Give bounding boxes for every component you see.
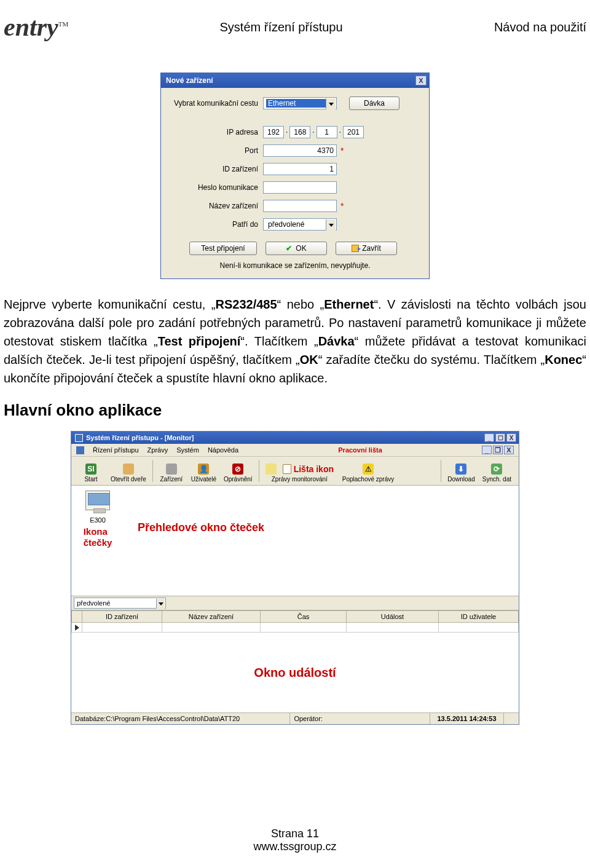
area-dropdown-row: předvolené bbox=[71, 596, 519, 610]
grid-col-device-id[interactable]: ID zařízení bbox=[82, 610, 162, 623]
chevron-down-icon[interactable] bbox=[156, 599, 165, 609]
annotation-okno-udalosti: Okno událostí bbox=[254, 666, 336, 680]
ip-label: IP adresa bbox=[171, 128, 263, 136]
child-close-icon[interactable]: X bbox=[504, 446, 514, 454]
chevron-down-icon[interactable] bbox=[326, 98, 336, 109]
port-input[interactable]: 4370 bbox=[263, 144, 337, 157]
download-icon: ⬇ bbox=[455, 464, 466, 475]
dialog-screenshot: Nové zařízení X Vybrat komunikační cestu… bbox=[0, 73, 590, 279]
comm-path-combo[interactable]: Ethernet bbox=[263, 97, 337, 109]
new-device-dialog: Nové zařízení X Vybrat komunikační cestu… bbox=[160, 73, 430, 279]
permission-icon: ⊘ bbox=[232, 464, 243, 475]
footer-url: www.tssgroup.cz bbox=[0, 840, 590, 853]
device-name-label: Název zařízení bbox=[171, 202, 263, 210]
close-icon[interactable]: X bbox=[506, 433, 516, 442]
tool-monitor-reports[interactable]: Lišta ikonZprávy monitorování bbox=[262, 459, 337, 483]
tool-start[interactable]: SIStart bbox=[75, 459, 107, 483]
app-icon bbox=[75, 434, 83, 442]
tool-alarm-reports[interactable]: ⚠Poplachové zprávy bbox=[337, 459, 399, 483]
start-icon: SI bbox=[85, 464, 96, 475]
grid-col-user-id[interactable]: ID uživatele bbox=[439, 610, 519, 623]
alarm-icon: ⚠ bbox=[363, 464, 374, 475]
area-label: Patří do bbox=[171, 220, 263, 229]
tool-download[interactable]: ⬇Download bbox=[444, 459, 478, 483]
check-icon: ✔ bbox=[286, 244, 292, 253]
page-footer: Strana 11 www.tssgroup.cz bbox=[0, 827, 590, 853]
app-title: Systém řízení přístupu - [Monitor] bbox=[86, 434, 194, 441]
status-database: Databáze:C:\Program Files\AccessControl\… bbox=[71, 713, 290, 724]
user-icon: 👤 bbox=[198, 464, 209, 475]
comm-password-input[interactable] bbox=[263, 181, 337, 194]
tool-devices[interactable]: Zařízení bbox=[155, 459, 187, 483]
grid-col-selector bbox=[71, 610, 82, 623]
tool-users[interactable]: 👤Uživatelé bbox=[187, 459, 220, 483]
menu-item[interactable]: Zprávy bbox=[148, 446, 168, 454]
section-heading: Hlavní okno aplikace bbox=[0, 387, 590, 420]
app-titlebar: Systém řízení přístupu - [Monitor] _ ☐ X bbox=[71, 432, 519, 444]
required-icon: * bbox=[340, 146, 344, 156]
menubar: Řízení přístupu Zprávy Systém Nápověda P… bbox=[71, 444, 519, 457]
comm-path-label: Vybrat komunikační cestu bbox=[171, 99, 263, 108]
tool-permissions[interactable]: ⊘Oprávnění bbox=[220, 459, 256, 483]
reader-icon[interactable] bbox=[85, 491, 110, 510]
ip-octet-3[interactable]: 1 bbox=[317, 126, 337, 138]
comm-path-value: Ethernet bbox=[266, 99, 334, 108]
row-cursor-icon bbox=[75, 625, 79, 631]
grid-col-event[interactable]: Událost bbox=[347, 610, 439, 623]
annotation-pracovni-lista: Pracovní lišta bbox=[338, 446, 382, 454]
statusbar: Databáze:C:\Program Files\AccessControl\… bbox=[71, 712, 519, 724]
toolbar: SIStart Otevřít dveře Zařízení 👤Uživatel… bbox=[71, 457, 519, 486]
main-app-window: Systém řízení přístupu - [Monitor] _ ☐ X… bbox=[71, 431, 519, 725]
door-icon bbox=[123, 464, 134, 475]
exit-icon bbox=[352, 245, 359, 252]
area-value: předvolené bbox=[266, 220, 334, 229]
dialog-hint: Není-li komunikace se zařízením, nevyplň… bbox=[171, 261, 419, 270]
logo-text: entry bbox=[4, 13, 58, 41]
ip-octet-4[interactable]: 201 bbox=[343, 126, 364, 138]
minimize-icon[interactable]: _ bbox=[484, 433, 494, 442]
page-header: entryTM Systém řízení přístupu Návod na … bbox=[0, 12, 590, 44]
ok-button[interactable]: ✔OK bbox=[266, 242, 327, 255]
menu-icon bbox=[76, 446, 84, 454]
port-label: Port bbox=[171, 146, 263, 155]
tool-open-door[interactable]: Otevřít dveře bbox=[107, 459, 150, 483]
status-grip bbox=[504, 713, 519, 724]
table-row[interactable] bbox=[71, 623, 519, 633]
tool-sync[interactable]: ⟳Synch. dat bbox=[479, 459, 515, 483]
readers-panel: E300 Ikona čtečky Přehledové okno čteček bbox=[71, 486, 519, 596]
logo: entryTM bbox=[4, 12, 68, 42]
dialog-title: Nové zařízení bbox=[166, 76, 213, 85]
device-id-input[interactable]: 1 bbox=[263, 163, 337, 175]
area-combo[interactable]: předvolené bbox=[263, 218, 337, 231]
ip-octet-1[interactable]: 192 bbox=[263, 126, 284, 138]
ip-octet-2[interactable]: 168 bbox=[289, 126, 310, 138]
grid-col-time[interactable]: Čas bbox=[261, 610, 347, 623]
report-icon bbox=[266, 464, 277, 475]
body-paragraph: Nejprve vyberte komunikační cestu, „RS23… bbox=[0, 279, 590, 387]
batch-button[interactable]: Dávka bbox=[349, 97, 399, 110]
device-id-label: ID zařízení bbox=[171, 165, 263, 173]
ip-address-input[interactable]: 192. 168. 1. 201 bbox=[263, 126, 364, 138]
area-filter-combo[interactable]: předvolené bbox=[74, 598, 166, 609]
child-minimize-icon[interactable]: _ bbox=[482, 446, 492, 454]
grid-col-device-name[interactable]: Název zařízení bbox=[162, 610, 261, 623]
sync-icon: ⟳ bbox=[491, 464, 502, 475]
annotation-prehledove-okno: Přehledové okno čteček bbox=[138, 521, 264, 534]
menu-item[interactable]: Nápověda bbox=[208, 446, 238, 454]
menu-item[interactable]: Řízení přístupu bbox=[93, 446, 139, 454]
close-button[interactable]: Zavřít bbox=[336, 242, 397, 255]
test-connection-button[interactable]: Test připojení bbox=[189, 242, 257, 255]
required-icon: * bbox=[340, 201, 344, 211]
events-panel: Okno událostí bbox=[71, 633, 519, 712]
main-app-screenshot: Systém řízení přístupu - [Monitor] _ ☐ X… bbox=[0, 431, 590, 725]
annotation-ikona-ctecky: Ikona čtečky bbox=[84, 526, 112, 548]
maximize-icon[interactable]: ☐ bbox=[495, 433, 505, 442]
child-restore-icon[interactable]: ❐ bbox=[493, 446, 503, 454]
close-icon[interactable]: X bbox=[415, 76, 427, 85]
events-grid-header: ID zařízení Název zařízení Čas Událost I… bbox=[71, 610, 519, 623]
menu-item[interactable]: Systém bbox=[176, 446, 199, 454]
page-icon bbox=[283, 464, 291, 474]
doc-subtitle: Návod na použití bbox=[494, 20, 586, 34]
chevron-down-icon[interactable] bbox=[326, 219, 336, 231]
device-name-input[interactable] bbox=[263, 200, 337, 212]
